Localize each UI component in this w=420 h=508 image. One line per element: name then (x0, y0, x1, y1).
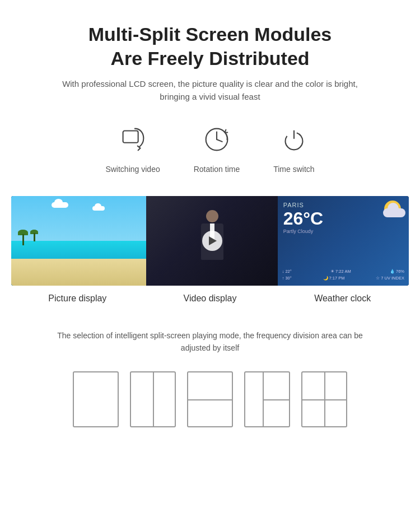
layout-1l2r[interactable] (244, 371, 290, 427)
svg-line-3 (217, 139, 222, 142)
picture-display-label: Picture display (11, 290, 144, 307)
svg-rect-0 (123, 131, 138, 143)
display-section: PARIS 26°C Partly Cloudy ↓ 22° ☀ 7:22 AM (11, 196, 409, 307)
divider-horizontal-quad (302, 399, 346, 400)
layout-left-right[interactable] (130, 371, 176, 427)
features-row: Switching video Rotation time (17, 120, 403, 174)
weather-stat-humidity: 💧 76% (390, 269, 404, 274)
weather-stats-row1: ↓ 22° ☀ 7:22 AM 💧 76% (282, 269, 404, 274)
cloud2 (92, 206, 105, 211)
palms (18, 230, 38, 245)
palm2 (30, 230, 38, 245)
display-screen: PARIS 26°C Partly Cloudy ↓ 22° ☀ 7:22 AM (11, 196, 409, 286)
weather-desc: Partly Cloudy (283, 229, 403, 234)
play-button[interactable] (202, 231, 222, 251)
clock-svg (200, 123, 233, 156)
weather-stat-sunrise: ☀ 7:22 AM (330, 269, 351, 274)
main-title: Multi-Split Screen Modules Are Freely Di… (17, 22, 403, 70)
power-svg (278, 123, 310, 156)
page-wrapper: Multi-Split Screen Modules Are Freely Di… (0, 0, 420, 444)
weather-stat-sunset: 🌙 7:17 PM (323, 276, 345, 281)
weather-stats: ↓ 22° ☀ 7:22 AM 💧 76% (282, 269, 404, 282)
split-description: The selection of intelligent split-scree… (53, 329, 367, 355)
header-section: Multi-Split Screen Modules Are Freely Di… (17, 22, 403, 103)
feature-switching-video: Switching video (105, 120, 160, 174)
weather-stats-row2: ↑ 30° 🌙 7:17 PM ☆ 7 UV INDEX (282, 276, 404, 281)
palm-trunk2 (34, 233, 35, 241)
split-layouts (17, 371, 403, 427)
weather-stat-uv: ☆ 7 UV INDEX (376, 276, 404, 281)
weather-panel: PARIS 26°C Partly Cloudy ↓ 22° ☀ 7:22 AM (278, 196, 409, 286)
video-panel (146, 196, 277, 286)
suit-head (206, 210, 218, 222)
subtitle: With professional LCD screen, the pictur… (48, 78, 372, 103)
feature-rotation-time: Rotation time (194, 120, 240, 174)
layout-quad[interactable] (301, 371, 347, 427)
palm1 (18, 230, 28, 245)
video-display-label: Video display (144, 290, 277, 307)
display-labels: Picture display Video display Weather cl… (11, 290, 409, 307)
split-section: The selection of intelligent split-scree… (17, 329, 403, 427)
switch-svg (116, 123, 149, 156)
play-triangle-icon (209, 236, 217, 245)
weather-clock-label: Weather clock (276, 290, 409, 307)
island-scene (11, 196, 146, 286)
cloud-over-sun (383, 208, 405, 217)
weather-stat-low: ↓ 22° (282, 269, 292, 274)
time-switch-label: Time switch (273, 165, 314, 174)
clock-icon (197, 120, 236, 159)
layout-top-bottom[interactable] (187, 371, 233, 427)
picture-panel (11, 196, 146, 286)
switching-video-label: Switching video (105, 165, 160, 174)
switch-icon (113, 120, 152, 159)
sand (11, 259, 146, 286)
divider-horizontal (263, 399, 289, 400)
power-icon (274, 120, 314, 159)
palm-trunk (22, 234, 24, 245)
feature-time-switch: Time switch (273, 120, 314, 174)
rotation-time-label: Rotation time (194, 165, 240, 174)
layout-single[interactable] (73, 371, 119, 427)
cloud1 (52, 202, 68, 208)
weather-stat-high: ↑ 30° (282, 276, 292, 281)
